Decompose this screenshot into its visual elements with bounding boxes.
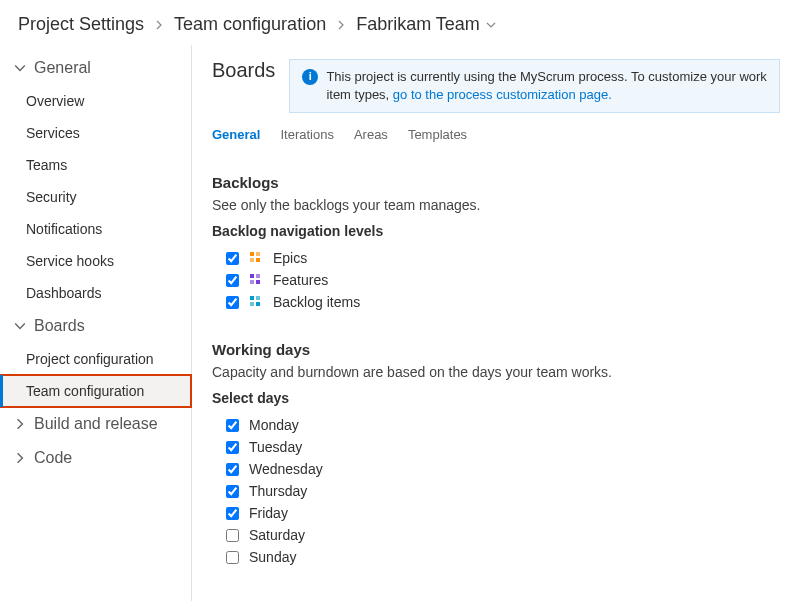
backlogs-heading: Backlogs — [212, 174, 780, 191]
day-label: Wednesday — [249, 461, 323, 477]
chevron-icon — [14, 320, 26, 332]
svg-rect-10 — [250, 302, 254, 306]
chevron-right-icon — [154, 14, 164, 35]
chevron-right-icon — [336, 14, 346, 35]
backlog-level-label: Epics — [273, 250, 307, 266]
backlog-level-row: Features — [212, 269, 780, 291]
sidebar: GeneralOverviewServicesTeamsSecurityNoti… — [0, 45, 192, 601]
day-row: Monday — [212, 414, 780, 436]
day-row: Tuesday — [212, 436, 780, 458]
days-list: MondayTuesdayWednesdayThursdayFridaySatu… — [212, 414, 780, 568]
backlog-level-icon — [249, 251, 263, 265]
sidebar-item-team-configuration[interactable]: Team configuration — [0, 375, 191, 407]
svg-rect-2 — [250, 258, 254, 262]
svg-rect-7 — [256, 280, 260, 284]
backlog-nav-subhead: Backlog navigation levels — [212, 223, 780, 239]
backlog-levels-list: EpicsFeaturesBacklog items — [212, 247, 780, 313]
backlogs-desc: See only the backlogs your team manages. — [212, 197, 780, 213]
day-checkbox[interactable] — [226, 441, 239, 454]
process-customization-link[interactable]: go to the process customization page. — [393, 87, 612, 102]
breadcrumb-root[interactable]: Project Settings — [18, 14, 144, 35]
sidebar-group-label: Boards — [34, 317, 85, 335]
breadcrumb-leaf-label: Fabrikam Team — [356, 14, 480, 35]
breadcrumb: Project Settings Team configuration Fabr… — [0, 0, 796, 45]
backlog-level-label: Features — [273, 272, 328, 288]
backlog-level-icon — [249, 295, 263, 309]
sidebar-item-services[interactable]: Services — [0, 117, 191, 149]
backlog-level-checkbox[interactable] — [226, 274, 239, 287]
sidebar-group-label: General — [34, 59, 91, 77]
chevron-icon — [14, 62, 26, 74]
day-row: Sunday — [212, 546, 780, 568]
backlog-level-label: Backlog items — [273, 294, 360, 310]
sidebar-group-code[interactable]: Code — [0, 441, 191, 475]
svg-rect-11 — [256, 302, 260, 306]
info-banner-text: This project is currently using the MySc… — [326, 68, 767, 104]
svg-rect-6 — [250, 280, 254, 284]
info-icon: i — [302, 69, 318, 85]
backlog-level-checkbox[interactable] — [226, 296, 239, 309]
svg-rect-3 — [256, 258, 260, 262]
day-label: Tuesday — [249, 439, 302, 455]
svg-rect-4 — [250, 274, 254, 278]
sidebar-group-general[interactable]: General — [0, 51, 191, 85]
backlog-level-checkbox[interactable] — [226, 252, 239, 265]
tab-iterations[interactable]: Iterations — [280, 127, 333, 146]
day-row: Saturday — [212, 524, 780, 546]
sidebar-group-build-and-release[interactable]: Build and release — [0, 407, 191, 441]
day-row: Friday — [212, 502, 780, 524]
day-checkbox[interactable] — [226, 463, 239, 476]
day-checkbox[interactable] — [226, 551, 239, 564]
main-content: Boards i This project is currently using… — [192, 45, 796, 601]
day-checkbox[interactable] — [226, 529, 239, 542]
sidebar-item-notifications[interactable]: Notifications — [0, 213, 191, 245]
svg-rect-0 — [250, 252, 254, 256]
day-checkbox[interactable] — [226, 419, 239, 432]
sidebar-item-teams[interactable]: Teams — [0, 149, 191, 181]
day-label: Friday — [249, 505, 288, 521]
tab-templates[interactable]: Templates — [408, 127, 467, 146]
backlogs-section: Backlogs See only the backlogs your team… — [212, 174, 780, 313]
day-label: Monday — [249, 417, 299, 433]
chevron-icon — [14, 452, 26, 464]
day-label: Thursday — [249, 483, 307, 499]
backlog-level-icon — [249, 273, 263, 287]
breadcrumb-mid[interactable]: Team configuration — [174, 14, 326, 35]
svg-rect-5 — [256, 274, 260, 278]
sidebar-group-label: Code — [34, 449, 72, 467]
day-checkbox[interactable] — [226, 507, 239, 520]
backlog-level-row: Backlog items — [212, 291, 780, 313]
day-label: Saturday — [249, 527, 305, 543]
working-days-heading: Working days — [212, 341, 780, 358]
day-row: Thursday — [212, 480, 780, 502]
select-days-subhead: Select days — [212, 390, 780, 406]
tab-areas[interactable]: Areas — [354, 127, 388, 146]
tabs: GeneralIterationsAreasTemplates — [212, 127, 780, 146]
svg-rect-8 — [250, 296, 254, 300]
sidebar-item-overview[interactable]: Overview — [0, 85, 191, 117]
day-label: Sunday — [249, 549, 296, 565]
chevron-icon — [14, 418, 26, 430]
tab-general[interactable]: General — [212, 127, 260, 146]
working-days-section: Working days Capacity and burndown are b… — [212, 341, 780, 568]
page-title: Boards — [212, 59, 275, 82]
sidebar-item-dashboards[interactable]: Dashboards — [0, 277, 191, 309]
chevron-down-icon[interactable] — [486, 14, 496, 35]
sidebar-item-service-hooks[interactable]: Service hooks — [0, 245, 191, 277]
breadcrumb-leaf[interactable]: Fabrikam Team — [356, 14, 496, 35]
info-banner: i This project is currently using the My… — [289, 59, 780, 113]
sidebar-item-project-configuration[interactable]: Project configuration — [0, 343, 191, 375]
svg-rect-9 — [256, 296, 260, 300]
sidebar-group-boards[interactable]: Boards — [0, 309, 191, 343]
day-checkbox[interactable] — [226, 485, 239, 498]
day-row: Wednesday — [212, 458, 780, 480]
svg-rect-1 — [256, 252, 260, 256]
sidebar-item-security[interactable]: Security — [0, 181, 191, 213]
sidebar-group-label: Build and release — [34, 415, 158, 433]
working-days-desc: Capacity and burndown are based on the d… — [212, 364, 780, 380]
backlog-level-row: Epics — [212, 247, 780, 269]
